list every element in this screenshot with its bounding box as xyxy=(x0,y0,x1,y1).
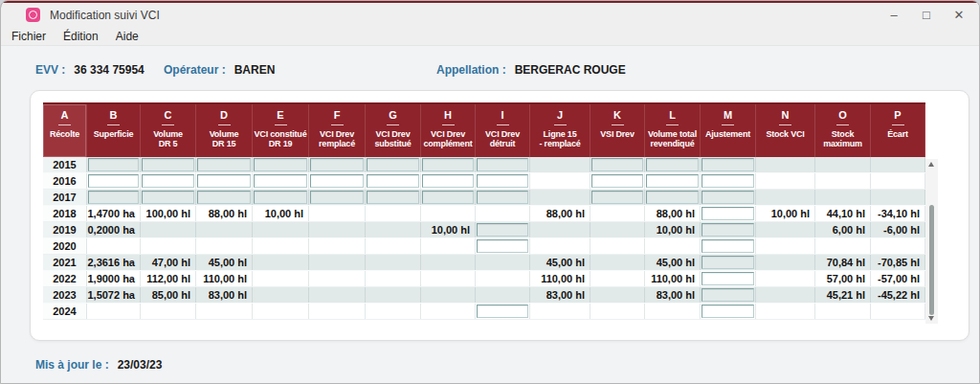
cell-2015-H xyxy=(421,157,476,172)
column-header-A[interactable]: ARécolte xyxy=(43,104,87,157)
input-2022-M[interactable] xyxy=(702,272,754,285)
input-2024-M[interactable] xyxy=(702,305,754,318)
input-2020-I[interactable] xyxy=(477,239,528,253)
cell-2017-C xyxy=(141,190,196,205)
input-2016-K[interactable] xyxy=(591,174,643,188)
input-2017-C[interactable] xyxy=(142,191,194,204)
menu-aide[interactable]: Aide xyxy=(107,30,147,43)
cell-2021-D: 45,00 hl xyxy=(196,255,253,270)
input-2015-D[interactable] xyxy=(197,158,251,171)
input-2015-M[interactable] xyxy=(702,158,754,171)
column-header-G[interactable]: GVCI Drevsubstitué xyxy=(366,104,421,157)
input-2016-G[interactable] xyxy=(367,174,419,188)
updated-value: 23/03/23 xyxy=(118,358,163,372)
input-2016-F[interactable] xyxy=(310,174,364,188)
table-row-2017: 2017 xyxy=(43,190,925,206)
input-2024-I[interactable] xyxy=(477,305,528,318)
input-2017-K[interactable] xyxy=(591,191,643,204)
menu-edition[interactable]: Édition xyxy=(55,30,107,43)
cell-2017-D xyxy=(196,190,253,205)
column-header-L[interactable]: LVolume totalrevendiqué xyxy=(645,104,701,157)
cell-2017-N xyxy=(756,190,815,205)
cell-2024-E xyxy=(253,304,309,319)
input-2015-L[interactable] xyxy=(646,158,699,171)
column-letter: J xyxy=(557,109,563,121)
input-2016-L[interactable] xyxy=(646,174,699,188)
row-year-2024: 2024 xyxy=(43,304,87,319)
input-2016-D[interactable] xyxy=(197,174,251,188)
cell-2016-E xyxy=(253,173,309,189)
input-2017-I[interactable] xyxy=(477,191,528,204)
input-2021-M[interactable] xyxy=(702,256,754,269)
column-header-J[interactable]: JLigne 15- remplacé xyxy=(530,104,590,157)
column-header-B[interactable]: BSuperficie xyxy=(87,104,141,157)
column-header-C[interactable]: CVolumeDR 5 xyxy=(141,104,196,157)
column-header-N[interactable]: NStock VCI xyxy=(756,104,815,157)
cell-2018-D: 88,00 hl xyxy=(196,206,253,221)
cell-2016-H xyxy=(421,173,476,189)
cell-2023-N xyxy=(756,287,815,303)
column-header-F[interactable]: FVCI Drevremplacé xyxy=(309,104,366,157)
input-2017-F[interactable] xyxy=(310,191,364,204)
input-2017-G[interactable] xyxy=(367,191,419,204)
menu-fichier[interactable]: Fichier xyxy=(3,30,55,43)
input-2016-C[interactable] xyxy=(142,174,194,188)
input-2017-H[interactable] xyxy=(422,191,474,204)
input-2015-B[interactable] xyxy=(88,158,139,171)
column-header-D[interactable]: DVolumeDR 15 xyxy=(196,104,253,157)
cell-2023-D: 83,00 hl xyxy=(196,287,253,303)
column-letter: G xyxy=(389,109,397,121)
cell-2015-D xyxy=(196,157,253,172)
column-dash xyxy=(666,124,679,125)
maximize-button[interactable]: □ xyxy=(910,3,943,27)
minimize-button[interactable]: – xyxy=(878,3,910,27)
input-2017-M[interactable] xyxy=(702,191,754,204)
input-2015-I[interactable] xyxy=(477,158,528,171)
input-2016-I[interactable] xyxy=(477,174,528,188)
input-2015-H[interactable] xyxy=(422,158,474,171)
evv-field: EVV :36 334 75954 xyxy=(35,63,145,77)
input-2019-I[interactable] xyxy=(477,223,528,237)
cell-2020-L xyxy=(645,238,701,254)
cell-2023-L: 83,00 hl xyxy=(645,287,701,303)
input-2017-B[interactable] xyxy=(88,191,139,204)
input-2015-K[interactable] xyxy=(591,158,643,171)
row-year-2021: 2021 xyxy=(43,255,87,270)
column-header-M[interactable]: MAjustement xyxy=(701,104,756,157)
input-2015-F[interactable] xyxy=(310,158,364,171)
input-2020-M[interactable] xyxy=(702,239,754,253)
column-header-K[interactable]: KVSI Drev xyxy=(590,104,645,157)
input-2017-L[interactable] xyxy=(646,191,699,204)
input-2016-H[interactable] xyxy=(422,174,474,188)
input-2018-M[interactable] xyxy=(702,207,754,220)
input-2016-M[interactable] xyxy=(702,174,754,188)
close-button[interactable]: ✕ xyxy=(943,3,975,27)
input-2016-B[interactable] xyxy=(88,174,139,188)
input-2015-C[interactable] xyxy=(142,158,194,171)
scroll-up-icon[interactable] xyxy=(928,162,934,167)
input-2019-M[interactable] xyxy=(702,223,754,237)
cell-2021-J: 45,00 hl xyxy=(530,255,590,270)
scrollbar-thumb[interactable] xyxy=(929,205,934,315)
column-letter: L xyxy=(669,109,676,121)
input-2023-M[interactable] xyxy=(702,288,754,302)
column-header-I[interactable]: IVCI Drevdétruit xyxy=(476,104,530,157)
input-2017-E[interactable] xyxy=(254,191,307,204)
column-dash xyxy=(722,124,734,125)
cell-2023-M xyxy=(701,287,756,303)
vertical-scrollbar[interactable] xyxy=(925,159,938,324)
scroll-down-icon[interactable] xyxy=(928,316,934,321)
input-2017-D[interactable] xyxy=(197,191,251,204)
cell-2017-J xyxy=(530,190,590,205)
input-2015-G[interactable] xyxy=(367,158,419,171)
column-header-E[interactable]: EVCI constituéDR 19 xyxy=(253,104,309,157)
input-2016-E[interactable] xyxy=(254,174,307,188)
cell-2019-N xyxy=(756,222,815,237)
row-year-2022: 2022 xyxy=(43,271,87,286)
input-2015-E[interactable] xyxy=(254,158,307,171)
column-header-O[interactable]: OStockmaximum xyxy=(815,104,871,157)
cell-2020-B xyxy=(87,238,141,254)
column-dash xyxy=(554,124,567,125)
column-header-H[interactable]: HVCI Drevcomplément xyxy=(421,104,476,157)
column-header-P[interactable]: PÉcart xyxy=(871,104,925,157)
